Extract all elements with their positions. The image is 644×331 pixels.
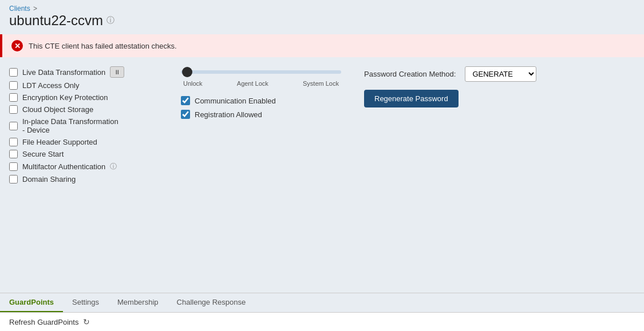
slider-label-system: System Lock [303,80,339,87]
breadcrumb-clients[interactable]: Clients [9,5,30,13]
tab-challenge-response[interactable]: Challenge Response [168,293,255,312]
slider-thumb[interactable] [182,67,192,77]
main-content: Live Data Transformation ⏸ LDT Access On… [0,57,644,184]
tab-guardpoints[interactable]: GuardPoints [0,293,63,312]
checkbox-mfa[interactable] [9,162,18,171]
checkbox-row-ldt: Live Data Transformation ⏸ [9,66,158,78]
alert-message: This CTE client has failed attestation c… [29,42,177,50]
checkbox-label-filehdr: File Header Supported [22,138,97,146]
right-col: Password Creation Method: GENERATE MANUA… [364,66,536,184]
mid-checkboxes: Communication Enabled Registration Allow… [181,96,341,119]
password-method-row: Password Creation Method: GENERATE MANUA… [364,66,536,82]
tabs-row: GuardPoints Settings Membership Challeng… [0,293,644,313]
breadcrumb[interactable]: Clients > [9,5,635,13]
alert-bar: ✕ This CTE client has failed attestation… [0,34,644,57]
checkbox-label-mfa: Multifactor Authentication [22,162,105,171]
checkbox-inplace-data[interactable] [9,122,18,130]
checkbox-enc-key[interactable] [9,93,18,102]
page-title-text: ubuntu22-ccvm [9,13,103,29]
tab-footer: Refresh GuardPoints ↻ [0,313,644,331]
checkbox-row-secure-start: Secure Start [9,150,158,158]
label-comm-enabled: Communication Enabled [195,97,276,105]
checkbox-label-domain: Domain Sharing [22,175,76,184]
tab-membership[interactable]: Membership [108,293,168,312]
checkbox-label-enc-key: Encryption Key Protection [22,93,108,102]
checkbox-row-ldt-access: LDT Access Only [9,81,158,90]
tab-settings[interactable]: Settings [63,293,108,312]
checkbox-file-header[interactable] [9,138,18,146]
checkbox-label-ldt-access: LDT Access Only [22,81,79,90]
breadcrumb-chevron: > [33,5,37,13]
header: Clients > ubuntu22-ccvm ⓘ [0,0,644,34]
refresh-icon[interactable]: ↻ [83,317,90,326]
slider-track-wrap [181,66,341,78]
checkbox-row-filehdr: File Header Supported [9,138,158,146]
page-info-icon[interactable]: ⓘ [106,15,114,26]
slider-labels: Unlock Agent Lock System Lock [181,80,341,87]
checkbox-label-inplace: In-place Data Transformation- Device [22,117,118,134]
checkbox-ldt-access[interactable] [9,81,18,90]
reg-allowed-row: Registration Allowed [181,110,341,119]
checkbox-label-cloud: Cloud Object Storage [22,105,93,114]
left-checkboxes-col: Live Data Transformation ⏸ LDT Access On… [9,66,158,184]
checkbox-row-inplace: In-place Data Transformation- Device [9,117,158,134]
checkbox-label-ldt: Live Data Transformation [22,68,105,77]
slider-track [181,70,341,74]
checkbox-row-domain: Domain Sharing [9,175,158,184]
comm-enabled-row: Communication Enabled [181,96,341,105]
middle-col: Unlock Agent Lock System Lock Communicat… [181,66,341,184]
checkbox-cloud-object-storage[interactable] [9,105,18,114]
refresh-guardpoints-label: Refresh GuardPoints [9,318,78,326]
pause-button-ldt[interactable]: ⏸ [110,66,124,78]
checkbox-domain-sharing[interactable] [9,175,18,184]
bottom-tabs-area: GuardPoints Settings Membership Challeng… [0,293,644,331]
password-method-select[interactable]: GENERATE MANUAL [465,66,536,82]
checkbox-ldt[interactable] [9,68,18,77]
slider-label-unlock: Unlock [183,80,203,87]
slider-label-agent: Agent Lock [237,80,268,87]
checkbox-row-mfa: Multifactor Authentication ⓘ [9,162,158,172]
checkbox-secure-start[interactable] [9,150,18,158]
password-method-label: Password Creation Method: [364,70,456,78]
label-reg-allowed: Registration Allowed [195,110,262,119]
checkbox-row-enc-key: Encryption Key Protection [9,93,158,102]
alert-error-icon: ✕ [11,40,23,51]
checkbox-row-cloud: Cloud Object Storage [9,105,158,114]
regenerate-password-button[interactable]: Regenerate Password [364,90,459,107]
checkbox-label-secure-start: Secure Start [22,150,64,158]
mfa-info-icon[interactable]: ⓘ [110,162,117,172]
checkbox-reg-allowed[interactable] [181,110,190,119]
checkbox-comm-enabled[interactable] [181,96,190,105]
lock-slider-container: Unlock Agent Lock System Lock [181,66,341,87]
page-title: ubuntu22-ccvm ⓘ [9,13,635,29]
